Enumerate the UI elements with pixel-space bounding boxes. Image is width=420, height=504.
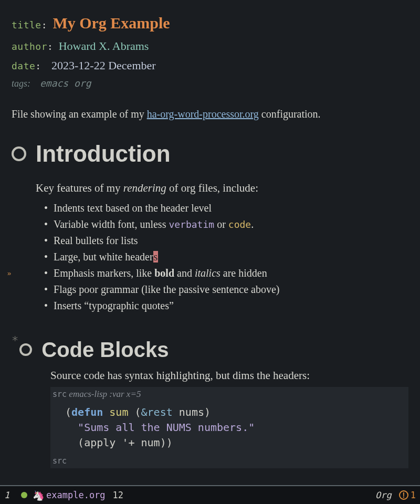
error-icon[interactable]: ! bbox=[399, 490, 408, 500]
window-number: 1 bbox=[4, 490, 16, 500]
heading-introduction[interactable]: Introduction bbox=[12, 141, 408, 167]
list-item: Real bullets for lists bbox=[44, 233, 408, 249]
meta-key: title bbox=[12, 19, 41, 30]
state-indicator-icon bbox=[21, 492, 27, 498]
meta-title-line: title: My Org Example bbox=[12, 9, 408, 36]
meta-key: author bbox=[12, 41, 47, 52]
list-item: Indents text based on the header level bbox=[44, 200, 408, 216]
editor-buffer[interactable]: title: My Org Example author: Howard X. … bbox=[0, 0, 420, 470]
meta-author-line: author: Howard X. Abrams bbox=[12, 36, 408, 56]
heading-bullet-icon bbox=[12, 146, 26, 161]
meta-key: date bbox=[12, 60, 35, 71]
heading-text: Code Blocks bbox=[41, 338, 169, 362]
list-item: » Emphasis markers, like bold and italic… bbox=[44, 265, 408, 281]
source-code: (defun sum (&rest nums) "Sums all the NU… bbox=[50, 402, 408, 454]
heading-bullet-icon bbox=[19, 343, 32, 356]
doc-title: My Org Example bbox=[52, 14, 170, 32]
features-intro: Key features of my rendering of org file… bbox=[36, 180, 408, 197]
echo-area[interactable] bbox=[0, 470, 420, 485]
fringe-indicator-icon: » bbox=[7, 268, 11, 279]
meta-tags-line: tags: emacs org bbox=[12, 76, 408, 92]
meta-key: tags: bbox=[12, 78, 30, 89]
feature-list: Indents text based on the header level V… bbox=[44, 200, 408, 314]
section-introduction: Key features of my rendering of org file… bbox=[12, 180, 408, 314]
heading-star: * bbox=[12, 334, 18, 347]
list-item: Large, but white headers bbox=[44, 249, 408, 265]
heading-text: Introduction bbox=[36, 141, 171, 167]
doc-author: Howard X. Abrams bbox=[59, 39, 149, 52]
line-number: 12 bbox=[113, 490, 123, 500]
doc-tags: emacs org bbox=[40, 78, 91, 89]
list-item: Flags poor grammar (like the passive sen… bbox=[44, 281, 408, 298]
unicorn-icon: 🦄 bbox=[33, 490, 44, 501]
list-item: Inserts “typographic quotes” bbox=[44, 298, 408, 314]
heading-code-blocks-row[interactable]: * Code Blocks bbox=[12, 314, 408, 367]
error-count: 1 bbox=[411, 490, 416, 500]
source-block[interactable]: src emacs-lisp :var x=5 (defun sum (&res… bbox=[50, 387, 408, 468]
src-end-line: src bbox=[50, 454, 408, 468]
list-item: Variable width font, unless verbatim or … bbox=[44, 216, 408, 233]
major-mode[interactable]: Org bbox=[375, 490, 392, 500]
grammar-warning: s bbox=[153, 251, 159, 262]
code-intro: Source code has syntax highlighting, but… bbox=[50, 367, 408, 384]
modeline[interactable]: 1 🦄 example.org 12 Org ! 1 bbox=[0, 485, 420, 504]
section-code-blocks: Source code has syntax highlighting, but… bbox=[12, 367, 408, 469]
doc-date: 2023-12-22 December bbox=[51, 59, 156, 72]
intro-paragraph: File showing an example of my ha-org-wor… bbox=[12, 106, 408, 122]
meta-date-line: date: 2023-12-22 December bbox=[12, 56, 408, 75]
buffer-name[interactable]: example.org bbox=[46, 490, 106, 500]
config-link[interactable]: ha-org-word-processor.org bbox=[147, 108, 259, 120]
src-begin-line: src emacs-lisp :var x=5 bbox=[50, 387, 408, 402]
